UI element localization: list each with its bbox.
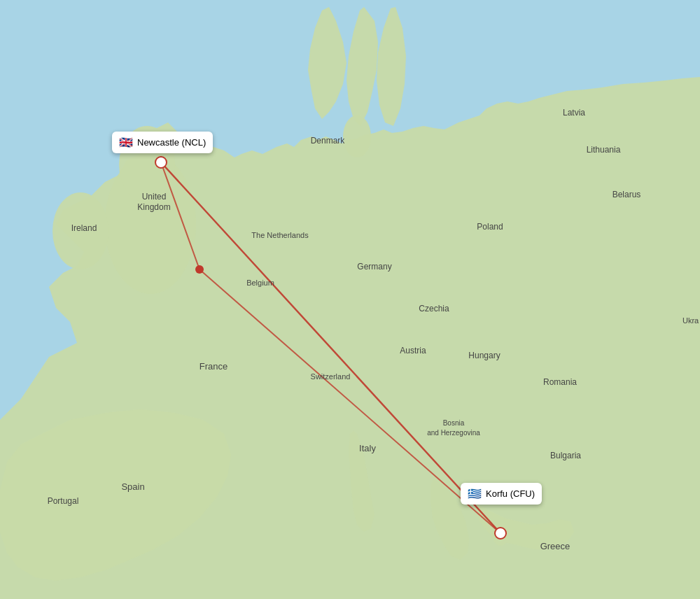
svg-text:Ireland: Ireland [71,223,97,233]
svg-text:Ukra: Ukra [682,316,699,325]
svg-text:Lithuania: Lithuania [587,145,621,155]
svg-text:Switzerland: Switzerland [311,372,351,381]
svg-text:The Netherlands: The Netherlands [251,231,309,239]
svg-point-10 [495,528,506,539]
svg-text:Italy: Italy [359,443,376,453]
svg-text:United: United [142,192,167,202]
svg-text:Romania: Romania [543,377,577,387]
svg-text:Latvia: Latvia [563,108,585,118]
svg-text:Belgium: Belgium [246,279,274,287]
svg-text:Spain: Spain [121,481,144,492]
svg-text:Germany: Germany [357,262,391,272]
svg-text:Kingdom: Kingdom [137,202,170,212]
svg-text:Portugal: Portugal [48,496,79,506]
svg-text:Bulgaria: Bulgaria [550,451,581,460]
svg-text:Greece: Greece [540,541,570,551]
svg-point-9 [155,157,167,168]
svg-point-11 [195,265,204,274]
svg-text:Austria: Austria [400,346,426,355]
svg-text:France: France [200,361,227,372]
map-container: Ireland United Kingdom Denmark Latvia Li… [0,0,700,599]
svg-text:Czechia: Czechia [419,304,449,313]
svg-text:Poland: Poland [477,222,503,232]
svg-text:Bosnia: Bosnia [443,419,465,427]
svg-text:Denmark: Denmark [311,136,346,146]
svg-text:and Herzegovina: and Herzegovina [427,429,480,437]
svg-text:Belarus: Belarus [612,190,641,199]
svg-point-4 [343,115,371,157]
svg-text:Hungary: Hungary [468,351,500,360]
